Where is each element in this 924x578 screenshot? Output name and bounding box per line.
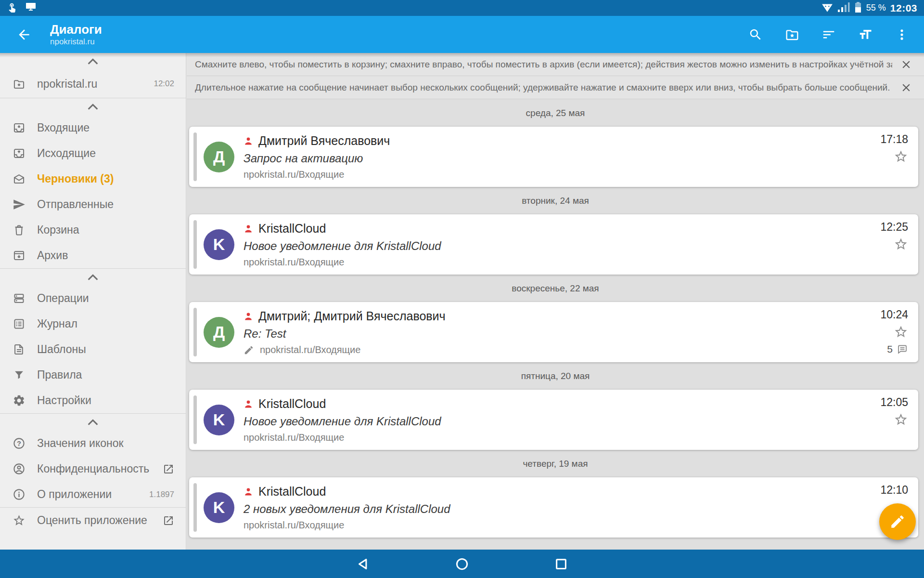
outbox-icon [13,147,26,160]
star-toggle-icon[interactable] [894,325,908,339]
sidebar-item-inbox[interactable]: Входящие [0,115,186,141]
avatar-initial: Д [213,323,225,342]
message-item[interactable]: K KristallCloud Новое уведомление для Kr… [189,214,918,275]
journal-list-icon [13,317,26,330]
dismiss-hint-button[interactable] [898,79,914,96]
sidebar-item-label: Входящие [37,121,90,134]
person-circle-icon [13,462,26,475]
overflow-menu-button[interactable] [892,24,911,45]
status-bar-left [7,1,37,15]
sidebar-item-label: Правила [37,368,82,381]
server-stack-icon [13,292,26,305]
sidebar-item-label: Исходящие [37,147,96,160]
nav-home-button[interactable] [449,552,475,576]
inbox-icon [13,121,26,134]
contact-person-icon [244,399,253,409]
text-size-button[interactable] [856,24,875,45]
sidebar-item-sent[interactable]: Отправленные [0,192,186,217]
sidebar-item-about[interactable]: О приложении 1.1897 [0,482,186,507]
battery-icon [854,1,862,15]
sidebar-item-log[interactable]: Журнал [0,311,186,337]
message-item[interactable]: Д Дмитрий Вячеславович Запрос на активац… [189,127,918,187]
message-main: KristallCloud 2 новых уведомления для Kr… [244,477,856,538]
avatar[interactable]: Д [204,317,234,348]
sidebar-item-archive[interactable]: Архив [0,243,186,268]
nav-home-icon [455,557,469,571]
collapse-tools-button[interactable] [0,269,186,286]
back-button[interactable] [13,24,35,45]
thread-count-value: 5 [887,343,893,355]
sidebar-item-label: Журнал [37,317,77,330]
message-folder: npokristal.ru/Входящие [244,169,344,180]
special-folder-button[interactable] [783,24,802,45]
compose-fab-button[interactable] [879,503,916,540]
send-icon [13,198,26,211]
status-bar: 55 % 12:03 [0,0,924,16]
star-toggle-icon[interactable] [894,149,908,164]
sidebar-item-settings[interactable]: Настройки [0,388,186,413]
search-icon [748,27,763,42]
sidebar-item-privacy[interactable]: Конфиденциальность [0,456,186,482]
app-version: 1.1897 [149,490,174,499]
close-icon [900,58,912,71]
drafts-envelope-icon [13,172,26,185]
presentation-icon [25,1,37,15]
message-folder: npokristal.ru/Входящие [244,432,344,443]
star-toggle-icon[interactable] [894,237,908,251]
message-sender: KristallCloud [258,222,326,236]
chevron-up-icon [86,273,100,282]
avatar[interactable]: Д [204,142,234,172]
nav-recents-button[interactable] [548,552,575,576]
collapse-accounts-button[interactable] [0,53,186,70]
sidebar-item-templates[interactable]: Шаблоны [0,337,186,362]
message-main: Дмитрий; Дмитрий Вячеславович Re: Test n… [244,302,856,362]
sidebar-item-label: О приложении [37,488,112,501]
sidebar-item-operations[interactable]: Операции [0,286,186,311]
date-header: пятница, 20 мая [187,362,924,390]
message-item[interactable]: K KristallCloud 2 новых уведомления для … [189,477,918,538]
gear-icon [13,394,26,407]
sort-button[interactable] [819,24,838,45]
hint-text: Длительное нажатие на сообщение начинает… [195,82,892,93]
star-toggle-icon[interactable] [894,412,908,427]
message-folder: npokristal.ru/Входящие [260,344,360,355]
message-subject: Запрос на активацию [244,152,856,165]
sidebar-item-label: Архив [37,249,68,262]
nav-back-button[interactable] [349,552,376,576]
avatar[interactable]: K [204,492,234,523]
contact-person-icon [244,312,253,321]
date-header: воскресенье, 22 мая [187,275,924,302]
sidebar-item-icon-legend[interactable]: ? Значения иконок [0,431,186,456]
battery-percent: 55 % [866,3,886,13]
sidebar-item-label: Значения иконок [37,437,124,450]
avatar[interactable]: K [204,405,234,435]
message-main: KristallCloud Новое уведомление для Kris… [244,390,856,450]
sidebar-item-outbox[interactable]: Исходящие [0,141,186,166]
back-arrow-icon [16,27,32,42]
message-sender: Дмитрий; Дмитрий Вячеславович [258,309,446,323]
sidebar-item-account[interactable]: npokristal.ru 12:02 [0,70,186,98]
compose-pencil-icon [889,513,906,530]
sidebar-item-rate-app[interactable]: Оценить приложение [0,508,186,533]
date-label: среда, 25 мая [526,108,585,118]
collapse-folders-button[interactable] [0,98,186,115]
sidebar-item-trash[interactable]: Корзина [0,217,186,243]
message-subject: Re: Test [244,327,856,341]
message-item[interactable]: Д Дмитрий; Дмитрий Вячеславович Re: Test… [189,302,918,362]
search-button[interactable] [746,24,765,45]
avatar[interactable]: K [204,229,234,260]
message-item[interactable]: K KristallCloud Новое уведомление для Kr… [189,390,918,450]
sidebar-item-drafts[interactable]: Черновики (3) [0,166,186,192]
collapse-info-button[interactable] [0,414,186,431]
account-color-band [193,132,197,181]
dismiss-hint-button[interactable] [898,56,914,73]
close-icon [900,81,912,94]
folder-star-icon [13,78,26,91]
date-label: вторник, 24 мая [522,196,589,206]
thread-count: 5 [887,342,908,356]
message-meta: 17:18 [856,127,918,187]
message-subject: 2 новых уведомления для KristallCloud [244,502,856,516]
chevron-up-icon [86,57,100,66]
sidebar-item-rules[interactable]: Правила [0,362,186,388]
external-link-icon [163,463,174,475]
